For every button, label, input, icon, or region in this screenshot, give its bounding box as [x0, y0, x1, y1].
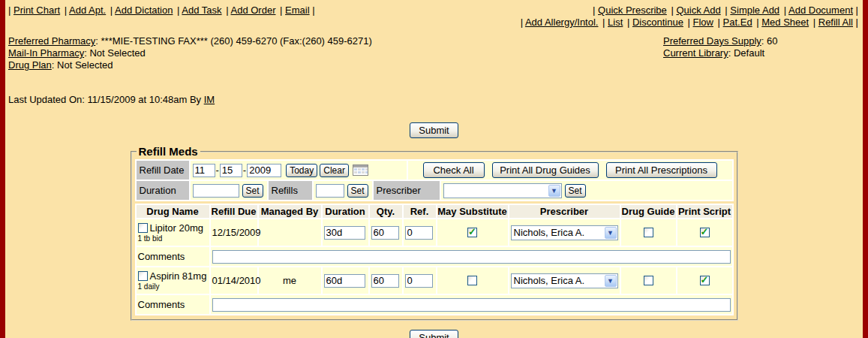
chevron-down-icon: ▼	[548, 185, 560, 197]
bulk-prescriber-cell: ▼ Set	[441, 181, 732, 200]
preferred-days-supply-label[interactable]: Preferred Days Supply	[663, 35, 761, 47]
prescriber-selected-value: Nichols, Erica A.	[512, 227, 585, 238]
col-header-refill-due: Refill Due	[211, 205, 257, 218]
date-separator	[243, 164, 246, 176]
mail-in-pharmacy-label[interactable]: Mail-In Pharmacy	[8, 47, 84, 59]
drug-sig: 1 tb bid	[138, 234, 208, 243]
top-nav-right-line2: Add Allergy/Intol. List Discontinue Flow…	[521, 17, 860, 29]
link-add-task[interactable]: Add Task	[182, 5, 221, 16]
drug-plan-value: Not Selected	[52, 59, 113, 71]
date-separator	[216, 164, 219, 176]
link-quick-add[interactable]: Quick Add	[676, 5, 720, 16]
bottom-submit-row: Submit	[5, 330, 863, 338]
comments-label: Comments	[137, 247, 209, 266]
drug-plan-label[interactable]: Drug Plan	[8, 59, 52, 71]
bulk-duration-set-button[interactable]: Set	[242, 184, 263, 198]
last-updated-line: Last Updated On: 11/15/2009 at 10:48am B…	[5, 94, 863, 105]
link-simple-add[interactable]: Simple Add	[730, 5, 779, 16]
link-pat-ed[interactable]: Pat.Ed	[723, 17, 752, 28]
link-flow[interactable]: Flow	[693, 17, 713, 28]
info-section: Preferred Pharmacy***MIE-TESTING FAX*** …	[5, 35, 863, 71]
may-substitute-checkbox[interactable]	[467, 276, 477, 285]
last-updated-user-link[interactable]: IM	[204, 94, 215, 105]
print-script-checkbox[interactable]	[700, 276, 710, 285]
bulk-prescriber-set-button[interactable]: Set	[565, 184, 586, 198]
link-add-order[interactable]: Add Order	[231, 5, 276, 16]
calendar-icon[interactable]	[353, 164, 368, 176]
comments-row: Comments	[137, 295, 732, 314]
mail-in-pharmacy-value: Not Selected	[84, 47, 146, 59]
bulk-duration-input[interactable]	[193, 184, 239, 198]
duration-input[interactable]	[324, 274, 365, 288]
today-button[interactable]: Today	[286, 164, 317, 177]
prescriber-select[interactable]: Nichols, Erica A. ▼	[511, 273, 618, 288]
refill-date-cell: Today Clear	[191, 161, 407, 180]
bulk-refills-set-button[interactable]: Set	[347, 184, 368, 198]
link-add-dictation[interactable]: Add Dictation	[115, 5, 173, 16]
med-select-checkbox[interactable]	[138, 271, 148, 281]
col-header-duration: Duration	[323, 205, 368, 218]
prescriber-select[interactable]: Nichols, Erica A. ▼	[511, 225, 618, 240]
col-header-print-script: Print Script	[677, 205, 732, 218]
top-nav-left: Print Chart Add Apt. Add Dictation Add T…	[8, 5, 317, 29]
refill-date-label: Refill Date	[137, 161, 189, 180]
col-header-ref: Ref.	[404, 205, 436, 218]
link-discontinue[interactable]: Discontinue	[632, 17, 683, 28]
link-print-chart[interactable]: Print Chart	[14, 5, 60, 16]
med-select-checkbox[interactable]	[138, 223, 148, 233]
right-info-block: Preferred Days Supply60 Current LibraryD…	[663, 35, 777, 59]
submit-button-bottom[interactable]: Submit	[410, 330, 458, 338]
right-border-bar	[863, 0, 868, 338]
refill-date-day-input[interactable]	[220, 164, 242, 177]
refill-date-row: Refill Date Today Clear	[137, 161, 732, 180]
refill-due-value: 01/14/2010	[211, 267, 257, 294]
bulk-refills-label: Refills	[269, 181, 312, 200]
comments-label: Comments	[137, 295, 209, 314]
meds-table-header-row: Drug Name Refill Due Managed By Duration…	[137, 205, 732, 218]
current-library-label[interactable]: Current Library	[663, 47, 728, 59]
comments-row: Comments	[137, 247, 732, 266]
bulk-actions-cell: Check All Print All Drug Guides Print Al…	[408, 161, 732, 180]
link-add-document[interactable]: Add Document	[788, 5, 853, 16]
submit-button-top[interactable]: Submit	[410, 122, 458, 138]
drug-guide-checkbox[interactable]	[644, 228, 653, 237]
link-add-apt[interactable]: Add Apt.	[69, 5, 106, 16]
refill-meds-table: Drug Name Refill Due Managed By Duration…	[135, 204, 734, 315]
ref-input[interactable]	[405, 226, 433, 240]
may-substitute-checkbox[interactable]	[467, 228, 477, 237]
print-all-drug-guides-button[interactable]: Print All Drug Guides	[492, 162, 599, 178]
preferred-pharmacy-label[interactable]: Preferred Pharmacy	[8, 35, 95, 47]
refill-due-value: 12/15/2009	[211, 219, 257, 246]
link-med-sheet[interactable]: Med Sheet	[761, 17, 809, 28]
refill-meds-fieldset: Refill Meds Refill Date Today Clear	[131, 145, 738, 321]
preferred-days-supply-line: Preferred Days Supply60	[663, 35, 777, 47]
refill-date-month-input[interactable]	[193, 164, 215, 177]
link-email[interactable]: Email	[285, 5, 310, 16]
qty-input[interactable]	[371, 226, 399, 240]
duration-input[interactable]	[324, 226, 365, 240]
drug-guide-checkbox[interactable]	[644, 276, 653, 285]
link-quick-prescribe[interactable]: Quick Prescribe	[598, 5, 667, 16]
print-all-prescriptions-button[interactable]: Print All Prescriptions	[606, 162, 717, 178]
ref-input[interactable]	[405, 274, 433, 288]
refill-date-year-input[interactable]	[247, 164, 281, 177]
link-list[interactable]: List	[608, 17, 623, 28]
bulk-refills-input[interactable]	[316, 184, 344, 198]
bulk-duration-label: Duration	[137, 181, 189, 200]
col-header-drug-name: Drug Name	[137, 205, 209, 218]
qty-input[interactable]	[371, 274, 399, 288]
bulk-prescriber-select[interactable]: ▼	[443, 183, 562, 198]
bulk-set-row: Duration Set Refills Set Prescriber ▼ Se	[137, 181, 732, 200]
clear-button[interactable]: Clear	[320, 164, 349, 177]
check-all-button[interactable]: Check All	[423, 162, 485, 178]
link-add-allergy-intol[interactable]: Add Allergy/Intol.	[525, 17, 599, 28]
comments-input[interactable]	[212, 250, 731, 264]
chevron-down-icon: ▼	[605, 227, 617, 239]
print-script-checkbox[interactable]	[700, 228, 710, 237]
comments-input[interactable]	[212, 298, 731, 312]
bulk-prescriber-label: Prescriber	[374, 181, 440, 200]
link-refill-all[interactable]: Refill All	[818, 17, 853, 28]
drug-sig: 1 daily	[138, 282, 208, 291]
current-library-value: Default	[728, 47, 764, 59]
top-nav: Print Chart Add Apt. Add Dictation Add T…	[5, 0, 863, 29]
